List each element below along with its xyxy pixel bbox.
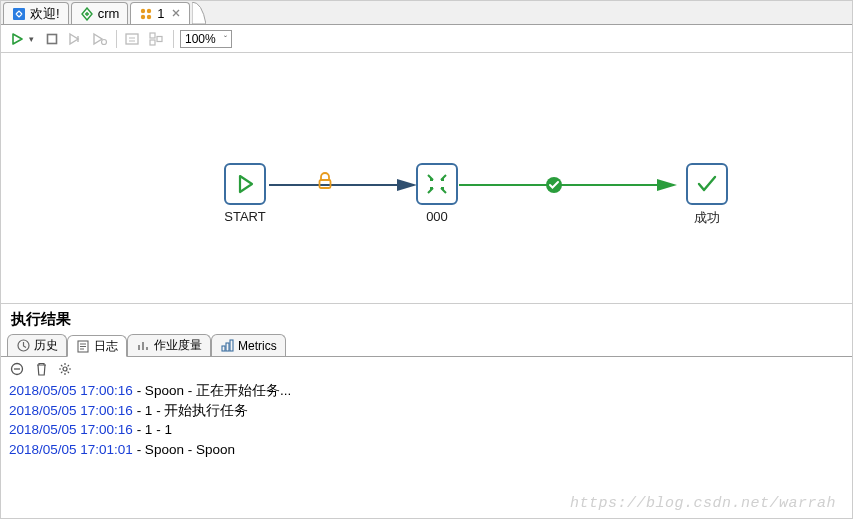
close-icon[interactable] xyxy=(171,8,181,20)
history-icon xyxy=(16,339,30,353)
svg-point-4 xyxy=(147,14,151,18)
toolbar-separator xyxy=(173,30,174,48)
zoom-select[interactable]: 100% ˇ xyxy=(180,30,232,48)
results-tab-metrics-label: Metrics xyxy=(238,339,277,353)
svg-rect-10 xyxy=(157,36,162,41)
zoom-value: 100% xyxy=(185,32,216,46)
toolbar-separator xyxy=(116,30,117,48)
delete-log-button[interactable] xyxy=(33,361,49,377)
edge-000-to-success xyxy=(459,177,687,193)
chevron-down-icon: ˇ xyxy=(224,34,227,44)
results-tab-log[interactable]: 日志 xyxy=(67,335,127,357)
node-000-box xyxy=(416,163,458,205)
run-button[interactable] xyxy=(7,29,27,49)
node-start[interactable]: START xyxy=(224,163,266,224)
node-start-label: START xyxy=(224,209,266,224)
log-toolbar xyxy=(1,357,852,381)
replay-button[interactable] xyxy=(66,29,86,49)
check-badge-icon xyxy=(545,176,563,197)
tab-welcome[interactable]: 欢迎! xyxy=(3,2,69,24)
node-success-box xyxy=(686,163,728,205)
tab-welcome-label: 欢迎! xyxy=(30,5,60,23)
results-tab-log-label: 日志 xyxy=(94,338,118,355)
tab-crm[interactable]: crm xyxy=(71,2,129,24)
log-line: 2018/05/05 17:00:16 - Spoon - 正在开始任务... xyxy=(9,381,844,401)
svg-rect-7 xyxy=(126,34,138,44)
log-settings-button[interactable] xyxy=(57,361,73,377)
svg-rect-0 xyxy=(13,8,25,20)
job-icon xyxy=(139,7,153,21)
svg-point-3 xyxy=(141,14,145,18)
job-canvas[interactable]: START 000 成功 xyxy=(1,53,852,303)
svg-point-23 xyxy=(63,367,67,371)
node-success[interactable]: 成功 xyxy=(686,163,728,227)
svg-rect-21 xyxy=(230,340,233,351)
results-title: 执行结果 xyxy=(1,303,852,333)
check-icon xyxy=(695,172,719,196)
log-output: 2018/05/05 17:00:16 - Spoon - 正在开始任务... … xyxy=(1,381,852,467)
log-icon xyxy=(76,339,90,353)
svg-rect-19 xyxy=(222,346,225,351)
impact-button[interactable] xyxy=(147,29,167,49)
results-tab-jobmetrics-label: 作业度量 xyxy=(154,337,202,354)
jobmetrics-icon xyxy=(136,339,150,353)
converge-icon xyxy=(425,172,449,196)
svg-marker-15 xyxy=(657,179,677,191)
run-dropdown-icon[interactable]: ▾ xyxy=(29,34,34,44)
node-success-label: 成功 xyxy=(686,209,728,227)
svg-point-6 xyxy=(102,39,107,44)
transform-icon xyxy=(80,7,94,21)
stop-button[interactable] xyxy=(42,29,62,49)
results-tab-jobmetrics[interactable]: 作业度量 xyxy=(127,334,211,356)
tab-one-label: 1 xyxy=(157,6,164,21)
metrics-icon xyxy=(220,339,234,353)
log-line: 2018/05/05 17:00:16 - 1 - 1 xyxy=(9,420,844,440)
node-start-box xyxy=(224,163,266,205)
welcome-icon xyxy=(12,7,26,21)
watermark-text: https://blog.csdn.net/warrah xyxy=(570,495,836,512)
svg-point-1 xyxy=(141,8,145,12)
clear-log-button[interactable] xyxy=(9,361,25,377)
svg-rect-8 xyxy=(150,33,155,38)
svg-marker-12 xyxy=(397,179,417,191)
svg-rect-5 xyxy=(48,34,57,43)
tab-crm-label: crm xyxy=(98,6,120,21)
lock-icon xyxy=(317,172,333,193)
log-line: 2018/05/05 17:01:01 - Spoon - Spoon xyxy=(9,440,844,460)
svg-rect-20 xyxy=(226,343,229,351)
svg-rect-9 xyxy=(150,40,155,45)
node-000-label: 000 xyxy=(416,209,458,224)
results-tab-history[interactable]: 历史 xyxy=(7,334,67,356)
results-tab-bar: 历史 日志 作业度量 Metrics xyxy=(1,333,852,357)
editor-tab-bar: 欢迎! crm 1 xyxy=(1,1,852,25)
svg-rect-13 xyxy=(320,180,331,188)
play-icon xyxy=(234,173,256,195)
tab-one[interactable]: 1 xyxy=(130,2,189,24)
results-tab-metrics[interactable]: Metrics xyxy=(211,334,286,356)
editor-toolbar: ▾ 100% ˇ xyxy=(1,25,852,53)
preview-button[interactable] xyxy=(90,29,110,49)
node-000[interactable]: 000 xyxy=(416,163,458,224)
results-tab-history-label: 历史 xyxy=(34,337,58,354)
svg-point-2 xyxy=(147,8,151,12)
tab-tail-decoration xyxy=(192,2,206,24)
log-line: 2018/05/05 17:00:16 - 1 - 开始执行任务 xyxy=(9,401,844,421)
edge-start-to-000 xyxy=(269,177,429,193)
sql-button[interactable] xyxy=(123,29,143,49)
